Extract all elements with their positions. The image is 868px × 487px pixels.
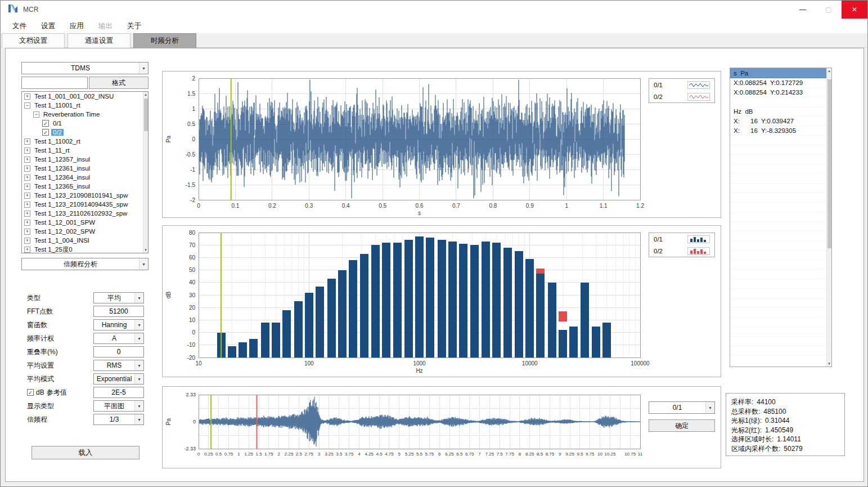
expand-icon[interactable]: + — [24, 202, 30, 208]
tree-item-label[interactable]: Test 1_12364_insul — [33, 174, 92, 181]
form-select-average_mode[interactable]: Exponential▾ — [93, 373, 144, 385]
form-input-fft_points[interactable] — [93, 306, 144, 317]
overview-channel-select[interactable]: 0/1 ▾ — [649, 401, 715, 414]
menu-file[interactable]: 文件 — [5, 19, 34, 33]
expand-icon[interactable]: + — [24, 220, 30, 226]
menu-about[interactable]: 关于 — [120, 19, 149, 33]
tab-time-frequency-analysis[interactable]: 时频分析 — [133, 33, 196, 48]
form-select-frequency_weighting[interactable]: A▾ — [93, 333, 144, 344]
tree-item[interactable]: +Test 1_12365_insul — [22, 182, 148, 191]
expand-icon[interactable]: + — [24, 166, 30, 172]
tree-item[interactable]: +Test 1_12_001_SPW — [22, 218, 148, 227]
tree-item[interactable]: +Test 1_11002_rt — [22, 137, 148, 146]
tree-item-label[interactable]: Reverberation Time — [42, 111, 101, 118]
channel-checkbox[interactable]: ✓ — [42, 129, 49, 136]
tree-item[interactable]: +Test 1_12357_insul — [22, 155, 148, 164]
octave-spectrum-chart[interactable]: 1010010001000010000080706050403020100-10… — [163, 226, 721, 377]
menu-apply[interactable]: 应用 — [62, 19, 91, 33]
menu-settings[interactable]: 设置 — [34, 19, 62, 33]
scroll-down-icon[interactable]: ▼ — [827, 361, 831, 367]
scroll-down-icon[interactable]: ▼ — [143, 247, 148, 253]
tree-item[interactable]: ✓0/1 — [22, 119, 148, 128]
tree-item[interactable]: +Test 1_25度0 — [22, 245, 148, 253]
readings-scrollbar[interactable]: ▲ ▼ — [826, 68, 831, 367]
tree-item[interactable]: +Test 1_001_001_002_INSU — [22, 92, 148, 101]
tree-item[interactable]: +Test 1_123_210908101941_spw — [22, 191, 148, 200]
tree-item-label[interactable]: Test 1_11002_rt — [33, 138, 82, 145]
collapse-icon[interactable]: − — [24, 102, 30, 109]
form-input-overlap_percent[interactable] — [93, 346, 144, 358]
expand-icon[interactable]: + — [24, 193, 30, 199]
svg-text:7.75: 7.75 — [505, 452, 514, 457]
format-button[interactable]: 格式 — [89, 77, 149, 89]
form-input-reference_value[interactable] — [93, 387, 144, 398]
readings-scroll-thumb[interactable] — [827, 79, 831, 248]
tree-item[interactable]: +Test 1_12364_insul — [22, 173, 148, 182]
tree-item-label[interactable]: Test 1_12361_insul — [33, 165, 92, 172]
analysis-type-select[interactable]: 倍频程分析 ▾ — [21, 258, 149, 270]
tree-scroll-thumb[interactable] — [144, 99, 148, 131]
expand-icon[interactable]: + — [24, 138, 30, 145]
expand-icon[interactable]: + — [24, 148, 30, 154]
tree-item-label[interactable]: Test 1_1_004_INSI — [33, 237, 91, 244]
tree-item-label[interactable]: Test 1_11_rt — [33, 147, 71, 154]
tab-document-settings[interactable]: 文档设置 — [2, 33, 65, 48]
tree-item-label[interactable]: Test 1_12365_insul — [33, 183, 92, 190]
load-button[interactable]: 载入 — [32, 446, 140, 459]
form-select-octave[interactable]: 1/3▾ — [93, 414, 144, 425]
tree-item-label[interactable]: Test 1_123_210908101941_spw — [33, 192, 129, 199]
form-select-window_function[interactable]: Hanning▾ — [93, 319, 144, 330]
tree-item-label[interactable]: 0/1 — [51, 120, 64, 127]
maximize-button[interactable]: ▢ — [816, 1, 842, 19]
tree-item-label[interactable]: Test 1_11001_rt — [33, 102, 82, 109]
form-select-display_type[interactable]: 平面图▾ — [93, 400, 144, 412]
expand-icon[interactable]: + — [24, 157, 30, 163]
tab-bar: 文档设置 通道设置 时频分析 — [1, 33, 867, 48]
overview-waveform-chart[interactable]: 00.250.50.7511.251.51.7522.252.52.7533.2… — [163, 387, 721, 468]
tree-item[interactable]: +Test 1_123_210914094435_spw — [22, 200, 148, 209]
close-button[interactable]: ✕ — [842, 1, 867, 19]
confirm-button[interactable]: 确定 — [649, 419, 715, 432]
tree-item-label[interactable]: Test 1_12357_insul — [33, 156, 92, 163]
tree-item-label[interactable]: Test 1_123_211026102932_spw — [33, 210, 129, 217]
readings-empty-row — [730, 251, 827, 260]
file-tree[interactable]: +Test 1_001_001_002_INSU−Test 1_11001_rt… — [21, 91, 149, 253]
expand-icon[interactable]: + — [24, 238, 30, 244]
scroll-up-icon[interactable]: ▲ — [143, 92, 148, 97]
db-checkbox[interactable]: ✓ — [27, 389, 34, 396]
channel-checkbox[interactable]: ✓ — [42, 120, 49, 127]
tree-item[interactable]: −Reverberation Time — [22, 110, 148, 119]
expand-icon[interactable]: + — [24, 229, 30, 235]
tree-item[interactable]: +Test 1_123_211026102932_spw — [22, 209, 148, 218]
tree-item-label[interactable]: Test 1_001_001_002_INSU — [33, 93, 115, 100]
tree-item[interactable]: −Test 1_11001_rt — [22, 101, 148, 110]
tree-item[interactable]: +Test 1_12_002_SPW — [22, 227, 148, 236]
tree-item-label[interactable]: Test 1_25度0 — [33, 245, 74, 254]
svg-text:0.1: 0.1 — [231, 203, 239, 209]
expand-icon[interactable]: + — [24, 93, 30, 100]
minimize-button[interactable]: — — [790, 1, 816, 19]
tree-item[interactable]: +Test 1_12361_insul — [22, 164, 148, 173]
tree-item-label[interactable]: Test 1_12_002_SPW — [33, 228, 97, 235]
tree-item[interactable]: ✓0/2 — [22, 128, 148, 137]
time-waveform-chart[interactable]: 00.10.20.30.40.50.60.70.80.911.11.221.51… — [163, 72, 721, 217]
expand-icon[interactable]: + — [24, 184, 30, 190]
tree-item[interactable]: +Test 1_11_rt — [22, 146, 148, 155]
bar-series-icon — [687, 235, 710, 243]
expand-icon[interactable]: + — [24, 211, 30, 217]
tree-item-label[interactable]: 0/2 — [51, 129, 64, 136]
tree-item-label[interactable]: Test 1_123_210914094435_spw — [33, 201, 129, 208]
tree-item-label[interactable]: Test 1_12_001_SPW — [33, 219, 97, 226]
tree-item[interactable]: +Test 1_1_004_INSI — [22, 236, 148, 245]
file-format-select[interactable]: TDMS ▾ — [21, 62, 149, 74]
info-label: 选择区域时长: — [731, 435, 773, 443]
tab-channel-settings[interactable]: 通道设置 — [68, 33, 131, 48]
expand-icon[interactable]: + — [24, 247, 30, 253]
collapse-icon[interactable]: − — [33, 111, 39, 118]
form-select-type[interactable]: 平均▾ — [93, 292, 144, 303]
scroll-up-icon[interactable]: ▲ — [827, 68, 831, 74]
form-select-average_setting[interactable]: RMS▾ — [93, 360, 144, 371]
tree-scrollbar[interactable]: ▲ ▼ — [143, 92, 148, 253]
expand-icon[interactable]: + — [24, 175, 30, 181]
filter-input[interactable] — [21, 77, 88, 89]
